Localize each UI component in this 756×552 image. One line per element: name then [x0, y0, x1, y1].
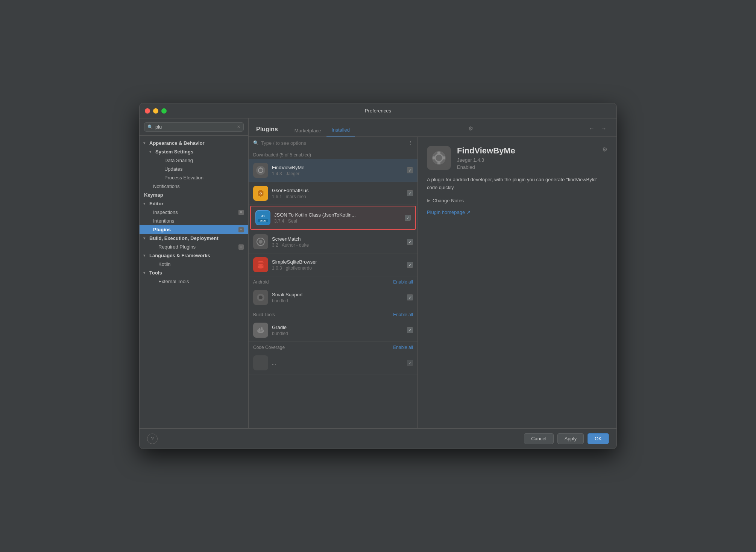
- sidebar: 🔍 ✕ ▾ Appearance & Behavior ▾ System Set…: [140, 118, 249, 428]
- ok-button[interactable]: OK: [587, 433, 609, 444]
- svg-text:JK: JK: [261, 214, 265, 218]
- sidebar-item-data-sharing[interactable]: Data Sharing: [146, 156, 248, 165]
- sidebar-item-required-plugins[interactable]: Required Plugins ≡: [140, 243, 248, 251]
- plugin-item-smali[interactable]: Smali Support bundled: [249, 286, 417, 309]
- sidebar-item-editor[interactable]: ▾ Editor: [140, 199, 248, 208]
- plugin-item-gsonformatplus[interactable]: G GsonFormatPlus 1.6.1 mars-men: [249, 182, 417, 205]
- sidebar-item-process-elevation[interactable]: Process Elevation: [146, 173, 248, 182]
- preferences-window: Preferences 🔍 ✕ ▾ Appearance & Behavior: [139, 103, 617, 449]
- maximize-button[interactable]: [161, 108, 167, 114]
- sidebar-item-external-tools[interactable]: External Tools: [140, 277, 248, 286]
- android-enable-all-button[interactable]: Enable all: [393, 279, 413, 285]
- right-panel: Plugins Marketplace Installed ⚙ ← →: [249, 118, 616, 428]
- svg-rect-32: [433, 156, 435, 159]
- jsonkotlin-checkbox[interactable]: [405, 215, 411, 221]
- detail-plugin-icon: [427, 146, 451, 170]
- detail-title-area: FindViewByMe Jaeger 1.4.3 Enabled: [457, 146, 596, 170]
- findviewbyme-icon: [253, 163, 268, 178]
- plugin-item-code-coverage-placeholder[interactable]: ...: [249, 352, 417, 375]
- change-notes-arrow-icon: ▶: [427, 198, 430, 203]
- change-notes-section[interactable]: ▶ Change Notes: [427, 198, 607, 203]
- svg-rect-33: [443, 156, 445, 159]
- sidebar-item-intentions[interactable]: Intentions: [140, 217, 248, 225]
- back-arrow-button[interactable]: ←: [586, 124, 597, 133]
- plugin-item-jsonkotlin[interactable]: JK JSON JSON To Kotlin Class (JsonToKotl…: [251, 206, 415, 229]
- plugin-list: 🔍 ⋮ Downloaded (5 of 5 enabled): [249, 137, 418, 428]
- svg-rect-6: [256, 211, 270, 224]
- minimize-button[interactable]: [153, 108, 158, 114]
- forward-arrow-button[interactable]: →: [598, 124, 609, 133]
- sidebar-item-system-settings[interactable]: ▾ System Settings: [146, 147, 248, 156]
- sqlite-checkbox[interactable]: [407, 262, 413, 268]
- plugin-item-findviewbyme[interactable]: FindViewByMe 1.4.3 Jaeger: [249, 159, 417, 182]
- sidebar-item-tools[interactable]: ▾ Tools: [140, 268, 248, 277]
- code-coverage-section-label: Code Coverage Enable all: [249, 342, 417, 352]
- titlebar-buttons: [145, 108, 167, 114]
- plugin-menu-icon[interactable]: ⋮: [408, 140, 413, 146]
- action-buttons: Cancel Apply OK: [524, 433, 609, 444]
- plugin-info-gradle: Gradle bundled: [272, 325, 403, 336]
- detail-gear-icon[interactable]: ⚙: [602, 146, 607, 153]
- plugin-detail: FindViewByMe Jaeger 1.4.3 Enabled ⚙ A pl…: [418, 137, 616, 428]
- sidebar-item-languages-frameworks[interactable]: ▾ Languages & Frameworks: [140, 251, 248, 260]
- plugin-item-jsonkotlin-wrapper: JK JSON JSON To Kotlin Class (JsonToKotl…: [250, 206, 416, 230]
- sidebar-search-box[interactable]: 🔍 ✕: [144, 122, 244, 132]
- close-button[interactable]: [145, 108, 150, 114]
- gson-checkbox[interactable]: [407, 190, 413, 196]
- svg-point-12: [259, 240, 263, 244]
- sidebar-search-input[interactable]: [155, 124, 235, 130]
- plugin-search-box: 🔍: [253, 140, 405, 146]
- plugin-search-input[interactable]: [261, 140, 405, 146]
- downloaded-section-label: Downloaded (5 of 5 enabled): [249, 149, 417, 159]
- plugins-panel-title: Plugins: [256, 126, 278, 136]
- sidebar-item-keymap[interactable]: Keymap: [140, 191, 248, 199]
- tab-marketplace[interactable]: Marketplace: [289, 125, 326, 136]
- gson-icon: G: [253, 186, 268, 201]
- sqlite-icon: [253, 257, 268, 272]
- plugin-info-smali: Smali Support bundled: [272, 292, 403, 303]
- plugin-info-screenmatch: ScreenMatch 3.2 Author - duke: [272, 236, 403, 248]
- svg-rect-26: [261, 327, 263, 330]
- sidebar-item-appearance-behavior[interactable]: ▾ Appearance & Behavior: [140, 139, 248, 147]
- build-tools-section-label: Build Tools Enable all: [249, 309, 417, 319]
- gradle-checkbox[interactable]: [407, 327, 413, 333]
- plugins-indicator-icon: ≡: [238, 227, 244, 232]
- cancel-button[interactable]: Cancel: [524, 433, 553, 444]
- clear-search-icon[interactable]: ✕: [237, 124, 240, 129]
- sidebar-navigation: ▾ Appearance & Behavior ▾ System Setting…: [140, 136, 248, 428]
- detail-header: FindViewByMe Jaeger 1.4.3 Enabled ⚙: [427, 146, 607, 170]
- plugins-settings-icon[interactable]: ⚙: [463, 122, 478, 136]
- detail-plugin-status: Enabled: [457, 164, 596, 170]
- screenmatch-checkbox[interactable]: [407, 239, 413, 245]
- change-notes-label: Change Notes: [433, 198, 464, 203]
- plugin-item-sqlite[interactable]: SimpleSqliteBrowser 1.0.3 gitofleonardo: [249, 253, 417, 276]
- plugin-item-screenmatch[interactable]: ScreenMatch 3.2 Author - duke: [249, 231, 417, 253]
- smali-checkbox[interactable]: [407, 294, 413, 300]
- sidebar-item-inspections[interactable]: Inspections ≡: [140, 208, 248, 217]
- sidebar-item-kotlin[interactable]: Kotlin: [140, 260, 248, 268]
- sidebar-item-updates[interactable]: Updates: [146, 165, 248, 173]
- plugin-item-gradle[interactable]: Gradle bundled: [249, 319, 417, 342]
- chevron-down-icon: ▾: [143, 253, 148, 258]
- help-button[interactable]: ?: [147, 434, 158, 444]
- content-area: 🔍 ⋮ Downloaded (5 of 5 enabled): [249, 137, 616, 428]
- plugin-info-jsonkotlin: JSON To Kotlin Class (JsonToKotlin... 3.…: [274, 212, 401, 224]
- code-coverage-enable-all-button[interactable]: Enable all: [393, 345, 413, 350]
- findviewbyme-checkbox[interactable]: [407, 167, 413, 173]
- build-tools-enable-all-button[interactable]: Enable all: [393, 312, 413, 317]
- chevron-down-icon: ▾: [149, 150, 154, 154]
- plugin-list-search: 🔍 ⋮: [249, 137, 417, 149]
- apply-button[interactable]: Apply: [557, 433, 584, 444]
- svg-text:JSON: JSON: [260, 220, 266, 222]
- plugin-homepage-link[interactable]: Plugin homepage ↗: [427, 209, 471, 215]
- sidebar-item-plugins[interactable]: Plugins ≡: [140, 225, 248, 234]
- plugin-info-gson: GsonFormatPlus 1.6.1 mars-men: [272, 188, 403, 199]
- chevron-down-icon: ▾: [143, 141, 148, 145]
- tab-installed[interactable]: Installed: [326, 124, 355, 136]
- search-icon: 🔍: [147, 124, 153, 130]
- jsonkotlin-icon: JK JSON: [255, 210, 270, 225]
- plugin-info-sqlite: SimpleSqliteBrowser 1.0.3 gitofleonardo: [272, 259, 403, 271]
- sidebar-item-notifications[interactable]: Notifications: [140, 182, 248, 191]
- sidebar-item-build-execution[interactable]: ▾ Build, Execution, Deployment: [140, 234, 248, 243]
- code-coverage-checkbox[interactable]: [407, 360, 413, 366]
